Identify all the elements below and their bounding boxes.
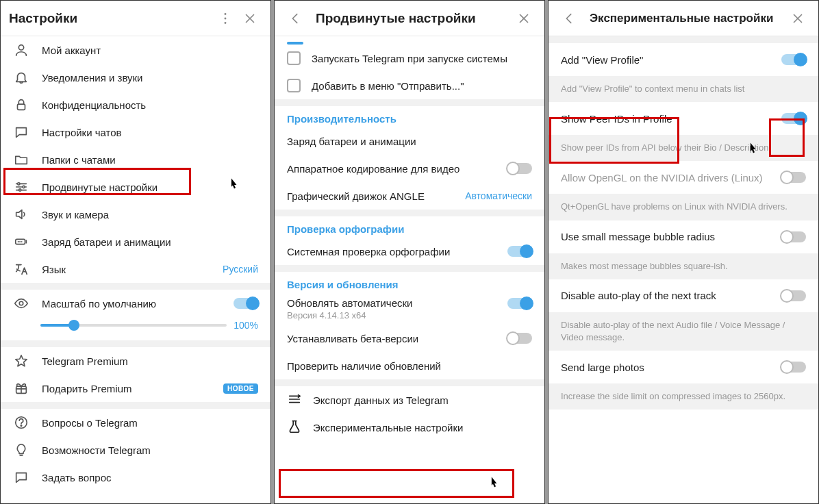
row-spell[interactable]: Системная проверка орфографии (275, 238, 544, 265)
svg-rect-4 (18, 104, 25, 110)
back-icon[interactable] (557, 6, 581, 31)
row-label: Задать вопрос (42, 472, 258, 483)
panel-title: Продвинутые настройки (316, 11, 512, 26)
row-value: Русский (223, 264, 258, 275)
row-battery[interactable]: Заряд батареи и анимации (1, 228, 270, 255)
row-large-photos[interactable]: Send large photos (549, 351, 818, 383)
row-chat-settings[interactable]: Настройки чатов (1, 118, 270, 146)
more-icon[interactable] (213, 6, 238, 31)
row-ask[interactable]: Задать вопрос (1, 464, 270, 491)
row-features[interactable]: Возможности Telegram (1, 436, 270, 464)
row-perf-angle[interactable]: Графический движок ANGLE Автоматически (275, 182, 544, 210)
gift-icon (13, 380, 29, 396)
hw-toggle[interactable] (507, 163, 532, 174)
row-language[interactable]: Язык Русский (1, 255, 270, 283)
svg-point-12 (21, 425, 21, 426)
close-icon[interactable] (785, 6, 810, 31)
row-label: Use small message bubble radius (561, 231, 781, 242)
svg-point-0 (225, 13, 227, 15)
row-label: Мой аккаунт (42, 45, 258, 56)
row-gift[interactable]: Подарить Premium НОВОЕ (1, 375, 270, 402)
chat-icon (13, 469, 29, 486)
toggle[interactable] (781, 54, 806, 65)
row-label: Язык (42, 264, 223, 275)
panel-header: Продвинутые настройки (275, 1, 544, 36)
row-label: Возможности Telegram (42, 444, 258, 456)
battery-icon (13, 234, 29, 250)
row-label: Системная проверка орфографии (287, 246, 507, 257)
bell-icon (13, 69, 29, 86)
scale-toggle[interactable] (234, 298, 258, 309)
auto-toggle[interactable] (507, 298, 532, 309)
row-label: Заряд батареи и анимации (287, 136, 532, 147)
row-label: Конфиденциальность (42, 99, 258, 111)
row-autostart[interactable]: Запускать Telegram при запуске системы (275, 45, 544, 72)
row-desc: Add "View Profile" to context menu in ch… (549, 76, 818, 102)
section-gap (1, 340, 270, 347)
scale-slider-row: 100% (1, 317, 270, 340)
row-ver-auto[interactable]: Обновлять автоматически Версия 4.14.13 x… (275, 293, 544, 325)
star-icon (13, 353, 29, 369)
row-label: Заряд батареи и анимации (42, 236, 258, 248)
section-gap (549, 36, 818, 43)
section-gap (275, 265, 544, 272)
checkbox[interactable] (287, 51, 301, 65)
section-gap (1, 283, 270, 290)
row-bubble-radius[interactable]: Use small message bubble radius (549, 220, 818, 253)
close-icon[interactable] (512, 6, 536, 31)
panel-content: Запускать Telegram при запуске системы Д… (275, 36, 544, 503)
row-perf-hw[interactable]: Аппаратное кодирование для видео (275, 155, 544, 182)
row-privacy[interactable]: Конфиденциальность (1, 91, 270, 118)
version-text: Версия 4.14.13 x64 (287, 309, 532, 320)
speaker-icon (13, 206, 29, 223)
section-gap (1, 402, 270, 409)
scale-slider[interactable] (40, 324, 227, 327)
row-premium[interactable]: Telegram Premium (1, 347, 270, 375)
row-experimental[interactable]: Экспериментальные настройки (275, 414, 544, 441)
panel-title: Настройки (9, 11, 213, 26)
export-icon (287, 392, 303, 409)
row-label: Запускать Telegram при запуске системы (312, 53, 532, 64)
row-notifications[interactable]: Уведомления и звуки (1, 64, 270, 91)
row-opengl[interactable]: Allow OpenGL on the NVIDIA drivers (Linu… (549, 161, 818, 194)
row-label: Подарить Premium (42, 383, 223, 394)
row-faq[interactable]: Вопросы о Telegram (1, 409, 270, 436)
highlight-box (549, 117, 679, 164)
row-label: Папки с чатами (42, 154, 258, 166)
row-desc: Increase the side limit on compressed im… (549, 383, 818, 410)
toggle[interactable] (781, 231, 806, 242)
row-perf-battery[interactable]: Заряд батареи и анимации (275, 127, 544, 155)
row-label: Вопросы о Telegram (42, 417, 258, 429)
new-badge: НОВОЕ (223, 383, 258, 394)
toggle[interactable] (781, 362, 806, 373)
eye-icon (13, 295, 29, 312)
section-title: Производительность (275, 106, 544, 127)
spell-toggle[interactable] (507, 246, 532, 257)
settings-panel: Настройки Мой аккаунт Уведомления и звук… (0, 0, 271, 504)
row-scale[interactable]: Масштаб по умолчанию (1, 290, 270, 317)
row-view-profile[interactable]: Add "View Profile" (549, 43, 818, 76)
lock-icon (13, 97, 29, 113)
row-label: Обновлять автоматически (287, 297, 507, 309)
back-icon[interactable] (283, 6, 307, 31)
close-icon[interactable] (238, 6, 262, 31)
row-sendto[interactable]: Добавить в меню "Отправить..." (275, 72, 544, 99)
section-gap (275, 99, 544, 106)
row-export[interactable]: Экспорт данных из Telegram (275, 386, 544, 414)
row-ver-check[interactable]: Проверить наличие обновлений (275, 352, 544, 379)
row-sound[interactable]: Звук и камера (1, 201, 270, 228)
beta-toggle[interactable] (507, 333, 532, 344)
advanced-panel: Продвинутые настройки Запускать Telegram… (274, 0, 545, 504)
checkbox[interactable] (287, 79, 301, 92)
folder-icon (13, 151, 29, 168)
row-autoplay[interactable]: Disable auto-play of the next track (549, 279, 818, 312)
experimental-panel: Экспериментальные настройки Add "View Pr… (548, 0, 819, 504)
highlight-box (3, 168, 191, 195)
section-title: Версия и обновления (275, 272, 544, 293)
row-account[interactable]: Мой аккаунт (1, 36, 270, 64)
toggle[interactable] (781, 290, 806, 301)
row-label: Добавить в меню "Отправить..." (312, 80, 532, 92)
flask-icon (287, 419, 303, 436)
row-ver-beta[interactable]: Устанавливать бета-версии (275, 325, 544, 352)
toggle[interactable] (781, 172, 806, 183)
